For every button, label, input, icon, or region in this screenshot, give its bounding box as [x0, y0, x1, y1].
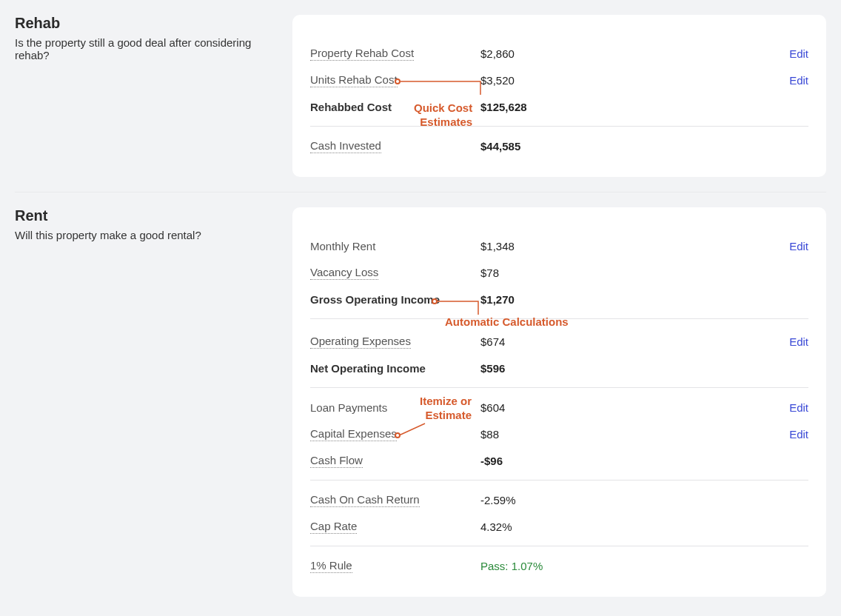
annotation-itemize: Itemize or Estimate [420, 394, 472, 423]
net-operating-income-label: Net Operating Income [310, 362, 426, 375]
rehab-section-header: Rehab Is the property still a good deal … [15, 15, 292, 177]
property-rehab-cost-edit[interactable]: Edit [789, 47, 808, 60]
rehab-subtitle: Is the property still a good deal after … [15, 36, 278, 61]
one-pct-rule-value: Pass: 1.07% [480, 560, 808, 572]
loan-payments-label: Loan Payments [310, 401, 387, 414]
rehab-card: Property Rehab Cost $2,860 Edit Units Re… [292, 15, 826, 177]
rehabbed-cost-value: $125,628 [480, 101, 808, 113]
units-rehab-cost-edit[interactable]: Edit [789, 74, 808, 87]
capital-expenses-edit[interactable]: Edit [789, 428, 808, 441]
capital-expenses-row: Capital Expenses $88 Edit [310, 421, 808, 447]
units-rehab-cost-row: Units Rehab Cost $3,520 Edit [310, 67, 808, 93]
property-rehab-cost-row: Property Rehab Cost $2,860 Edit [310, 40, 808, 67]
monthly-rent-row: Monthly Rent $1,348 Edit [310, 232, 808, 259]
monthly-rent-label: Monthly Rent [310, 240, 375, 252]
annotation-quick-cost: Quick Cost Estimates [414, 101, 472, 130]
operating-expenses-row: Operating Expenses $674 Edit [310, 328, 808, 355]
monthly-rent-value: $1,348 [480, 240, 789, 252]
cash-on-cash-return-label: Cash On Cash Return [310, 493, 420, 507]
rehabbed-cost-row: Rehabbed Cost Quick Cost Estimates $125,… [310, 93, 808, 120]
property-rehab-cost-label: Property Rehab Cost [310, 47, 414, 61]
gross-operating-income-label: Gross Operating Income [310, 293, 440, 306]
vacancy-loss-label: Vacancy Loss [310, 266, 378, 280]
cash-on-cash-return-value: -2.59% [480, 494, 808, 506]
property-rehab-cost-value: $2,860 [480, 47, 789, 60]
capital-expenses-label: Capital Expenses [310, 427, 397, 441]
rent-title: Rent [15, 207, 278, 224]
operating-expenses-label: Operating Expenses [310, 335, 411, 349]
rent-section-header: Rent Will this property make a good rent… [15, 207, 292, 597]
cash-flow-value: -$96 [480, 455, 808, 467]
cash-invested-label: Cash Invested [310, 139, 381, 153]
loan-payments-row: Loan Payments Itemize or Estimate $604 E… [310, 394, 808, 421]
vacancy-loss-row: Vacancy Loss $78 [310, 259, 808, 286]
annotation-line-auto [438, 301, 482, 316]
rent-divider-2 [310, 387, 808, 388]
rehab-divider [310, 126, 808, 127]
cash-invested-row: Cash Invested $44,585 [310, 133, 808, 159]
units-rehab-cost-label: Units Rehab Cost [310, 73, 398, 87]
operating-expenses-value: $674 [480, 335, 789, 348]
operating-expenses-edit[interactable]: Edit [789, 335, 808, 348]
cash-flow-label: Cash Flow [310, 454, 363, 468]
units-rehab-cost-value: $3,520 [480, 74, 789, 87]
rehab-title: Rehab [15, 15, 278, 32]
cap-rate-label: Cap Rate [310, 520, 357, 534]
one-pct-rule-label: 1% Rule [310, 559, 352, 573]
cap-rate-row: Cap Rate 4.32% [310, 513, 808, 540]
rent-divider-3 [310, 480, 808, 481]
loan-payments-edit[interactable]: Edit [789, 401, 808, 414]
rent-subtitle: Will this property make a good rental? [15, 229, 278, 241]
one-pct-rule-row: 1% Rule Pass: 1.07% [310, 552, 808, 579]
cap-rate-value: 4.32% [480, 520, 808, 533]
rehabbed-cost-label: Rehabbed Cost [310, 101, 392, 113]
net-operating-income-row: Net Operating Income $596 [310, 355, 808, 381]
capital-expenses-value: $88 [480, 428, 789, 441]
cash-on-cash-return-row: Cash On Cash Return -2.59% [310, 486, 808, 513]
cash-flow-row: Cash Flow -$96 [310, 447, 808, 474]
monthly-rent-edit[interactable]: Edit [789, 240, 808, 252]
rent-divider-1: Automatic Calculations [310, 318, 808, 319]
rent-card: Monthly Rent $1,348 Edit Vacancy Loss $7… [292, 207, 826, 597]
net-operating-income-value: $596 [480, 362, 808, 375]
rent-divider-4 [310, 546, 808, 546]
gross-operating-income-row: Gross Operating Income $1,270 [310, 286, 808, 312]
rent-section: Rent Will this property make a good rent… [0, 192, 841, 612]
rehab-section: Rehab Is the property still a good deal … [0, 0, 841, 192]
annotation-auto-calc: Automatic Calculations [445, 315, 569, 328]
loan-payments-value: $604 [480, 401, 789, 414]
cash-invested-value: $44,585 [480, 140, 808, 153]
vacancy-loss-value: $78 [480, 267, 808, 279]
gross-operating-income-value: $1,270 [480, 293, 808, 306]
